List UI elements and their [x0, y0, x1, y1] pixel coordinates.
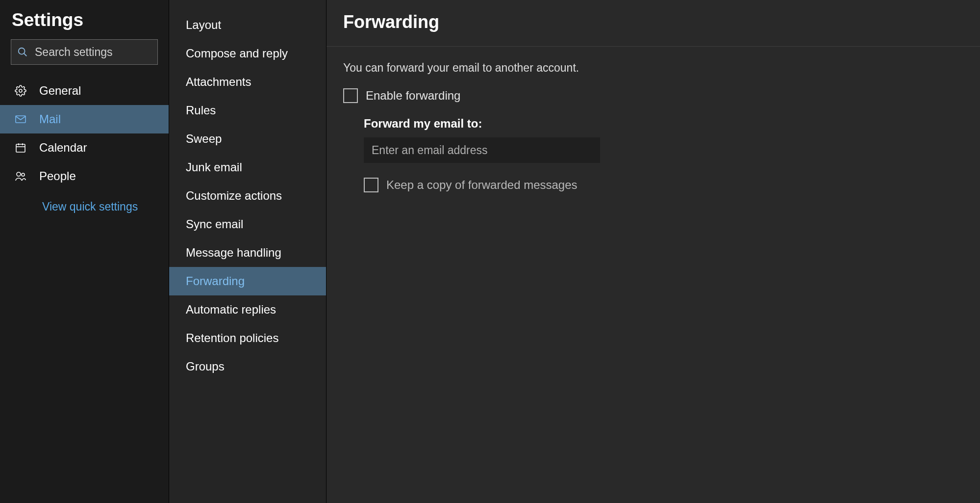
sidebar-item-label: Calendar: [39, 141, 87, 155]
svg-rect-4: [16, 144, 25, 152]
main-body: You can forward your email to another ac…: [327, 47, 980, 221]
mail-icon: [15, 113, 26, 125]
subnav-item-label: Automatic replies: [186, 303, 276, 317]
keep-copy-label: Keep a copy of forwarded messages: [386, 178, 578, 192]
subnav-item-label: Forwarding: [186, 274, 245, 288]
sidebar-item-calendar[interactable]: Calendar: [0, 133, 169, 162]
subnav-item-groups[interactable]: Groups: [169, 352, 326, 381]
subnav-item-sync-email[interactable]: Sync email: [169, 210, 326, 238]
keep-copy-checkbox[interactable]: [364, 178, 378, 192]
sidebar-item-label: Mail: [39, 112, 61, 126]
subnav-item-attachments[interactable]: Attachments: [169, 68, 326, 96]
sidebar-item-label: General: [39, 84, 81, 98]
search-input[interactable]: [35, 46, 179, 59]
subnav-item-label: Compose and reply: [186, 47, 288, 60]
subnav-item-customize-actions[interactable]: Customize actions: [169, 182, 326, 210]
forwarding-description: You can forward your email to another ac…: [343, 61, 963, 75]
subnav-item-label: Rules: [186, 104, 216, 117]
svg-rect-3: [16, 116, 25, 123]
subnav-item-layout[interactable]: Layout: [169, 11, 326, 39]
sidebar-item-people[interactable]: People: [0, 162, 169, 190]
subnav-item-label: Layout: [186, 18, 221, 32]
forward-to-section: Forward my email to: Keep a copy of forw…: [343, 117, 963, 192]
subnav-item-rules[interactable]: Rules: [169, 96, 326, 125]
settings-subnav: Layout Compose and reply Attachments Rul…: [169, 0, 326, 503]
gear-icon: [15, 85, 26, 97]
subnav-item-label: Sync email: [186, 217, 243, 231]
subnav-item-label: Junk email: [186, 160, 242, 174]
sidebar-item-mail[interactable]: Mail: [0, 105, 169, 133]
settings-sidebar: Settings General Mail Calen: [0, 0, 169, 503]
svg-point-2: [19, 89, 22, 92]
enable-forwarding-label: Enable forwarding: [366, 89, 460, 103]
svg-line-1: [24, 53, 27, 56]
subnav-item-forwarding[interactable]: Forwarding: [169, 267, 326, 295]
subnav-item-compose-and-reply[interactable]: Compose and reply: [169, 39, 326, 68]
enable-forwarding-row: Enable forwarding: [343, 88, 963, 103]
search-settings-box[interactable]: [11, 39, 158, 65]
subnav-item-message-handling[interactable]: Message handling: [169, 238, 326, 267]
subnav-item-label: Groups: [186, 360, 225, 373]
search-icon: [17, 47, 28, 57]
settings-main-panel: Forwarding You can forward your email to…: [326, 0, 980, 503]
main-title: Forwarding: [343, 12, 963, 32]
enable-forwarding-checkbox[interactable]: [343, 88, 358, 103]
forward-to-input[interactable]: [364, 137, 600, 163]
subnav-item-label: Message handling: [186, 246, 281, 260]
svg-point-12: [22, 173, 25, 176]
sidebar-item-label: People: [39, 169, 76, 183]
view-quick-settings-link[interactable]: View quick settings: [0, 190, 169, 213]
svg-point-0: [19, 48, 25, 54]
subnav-item-sweep[interactable]: Sweep: [169, 125, 326, 153]
subnav-item-automatic-replies[interactable]: Automatic replies: [169, 295, 326, 324]
subnav-item-label: Sweep: [186, 132, 222, 146]
subnav-item-label: Customize actions: [186, 189, 282, 203]
calendar-icon: [15, 142, 26, 154]
sidebar-item-general[interactable]: General: [0, 77, 169, 105]
forward-to-label: Forward my email to:: [364, 117, 963, 131]
svg-point-11: [17, 172, 21, 176]
page-title: Settings: [0, 10, 169, 39]
keep-copy-row: Keep a copy of forwarded messages: [364, 178, 963, 192]
people-icon: [15, 170, 26, 182]
subnav-item-label: Attachments: [186, 75, 251, 89]
main-header: Forwarding: [327, 0, 980, 47]
subnav-item-label: Retention policies: [186, 331, 278, 345]
subnav-item-junk-email[interactable]: Junk email: [169, 153, 326, 182]
subnav-item-retention-policies[interactable]: Retention policies: [169, 324, 326, 352]
